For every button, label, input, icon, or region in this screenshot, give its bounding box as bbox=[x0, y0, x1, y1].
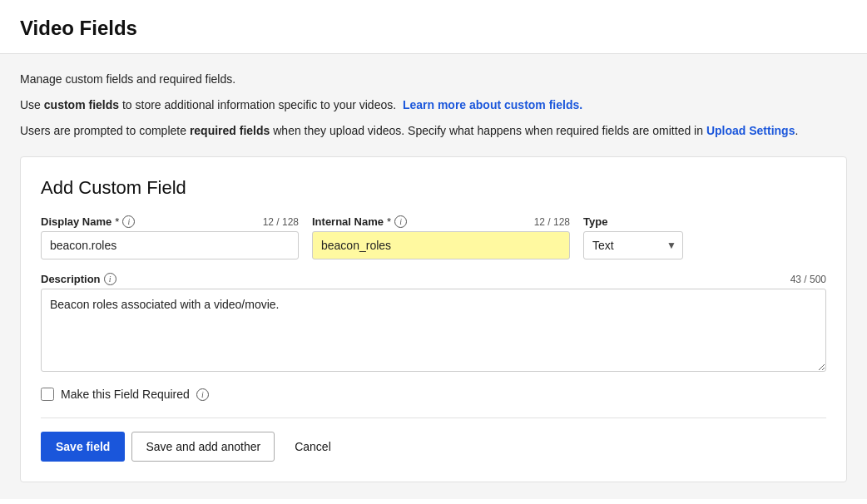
internal-name-info-icon: i bbox=[394, 215, 407, 228]
required-fields-strong: required fields bbox=[190, 124, 270, 137]
type-label-row: Type bbox=[583, 215, 683, 228]
description-info-icon: i bbox=[104, 273, 116, 285]
description-section: Description i 43 / 500 Beacon roles asso… bbox=[41, 273, 826, 374]
description-textarea[interactable]: Beacon roles associated with a video/mov… bbox=[41, 289, 826, 372]
save-add-another-button[interactable]: Save and add another bbox=[131, 432, 275, 462]
display-name-label: Display Name bbox=[41, 215, 111, 228]
upload-settings-link[interactable]: Upload Settings bbox=[706, 124, 795, 137]
custom-fields-strong: custom fields bbox=[44, 98, 119, 111]
type-select[interactable]: Text List bbox=[583, 231, 683, 259]
intro-line2: Use custom fields to store additional in… bbox=[20, 96, 847, 114]
internal-name-required: * bbox=[387, 215, 391, 228]
internal-name-label: Internal Name bbox=[312, 215, 384, 228]
required-field-label: Make this Field Required bbox=[61, 388, 190, 401]
description-count: 43 / 500 bbox=[790, 274, 826, 285]
intro-line3: Users are prompted to complete required … bbox=[20, 122, 847, 140]
form-title: Add Custom Field bbox=[41, 177, 826, 199]
content-area: Manage custom fields and required fields… bbox=[0, 54, 867, 499]
display-name-group: Display Name * i 12 / 128 bbox=[41, 215, 299, 259]
internal-name-label-row: Internal Name * i 12 / 128 bbox=[312, 215, 570, 228]
display-name-input[interactable] bbox=[41, 231, 299, 259]
intro-line1: Manage custom fields and required fields… bbox=[20, 71, 847, 88]
type-select-wrapper: Text List ▼ bbox=[583, 231, 683, 259]
display-name-info-icon: i bbox=[122, 215, 135, 228]
cancel-button[interactable]: Cancel bbox=[281, 432, 344, 461]
type-label: Type bbox=[583, 215, 607, 228]
display-name-count: 12 / 128 bbox=[263, 216, 299, 228]
display-name-required: * bbox=[115, 215, 119, 228]
learn-more-link[interactable]: Learn more about custom fields. bbox=[403, 98, 582, 111]
button-row: Save field Save and add another Cancel bbox=[41, 418, 826, 462]
page-header: Video Fields bbox=[0, 0, 867, 54]
internal-name-group: Internal Name * i 12 / 128 bbox=[312, 215, 570, 259]
add-custom-field-form: Add Custom Field Display Name * i 12 / 1… bbox=[20, 156, 847, 482]
name-fields-row: Display Name * i 12 / 128 Internal Name … bbox=[41, 215, 826, 259]
internal-name-count: 12 / 128 bbox=[534, 216, 570, 228]
save-field-button[interactable]: Save field bbox=[41, 432, 125, 462]
page-title: Video Fields bbox=[20, 17, 847, 40]
required-field-checkbox-row: Make this Field Required i bbox=[41, 388, 826, 401]
description-label: Description bbox=[41, 273, 101, 285]
type-group: Type Text List ▼ bbox=[583, 215, 683, 259]
page-wrapper: Video Fields Manage custom fields and re… bbox=[0, 0, 867, 504]
internal-name-input[interactable] bbox=[312, 231, 570, 259]
display-name-label-row: Display Name * i 12 / 128 bbox=[41, 215, 299, 228]
description-label-row: Description i 43 / 500 bbox=[41, 273, 826, 285]
required-field-checkbox[interactable] bbox=[41, 388, 54, 401]
required-field-info-icon: i bbox=[196, 388, 209, 401]
